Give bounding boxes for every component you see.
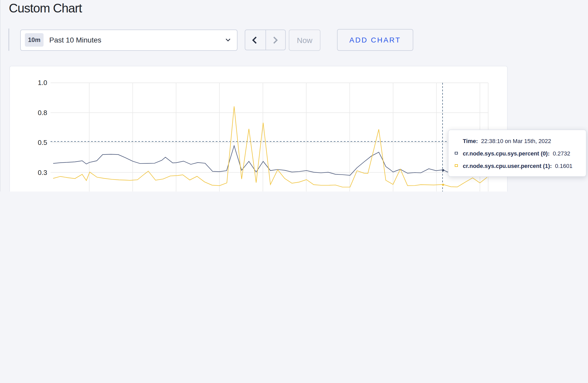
- svg-text:0.8: 0.8: [38, 109, 47, 116]
- svg-text:0.5: 0.5: [38, 138, 47, 146]
- svg-text:0.3: 0.3: [38, 168, 47, 176]
- svg-text:1.0: 1.0: [38, 79, 47, 86]
